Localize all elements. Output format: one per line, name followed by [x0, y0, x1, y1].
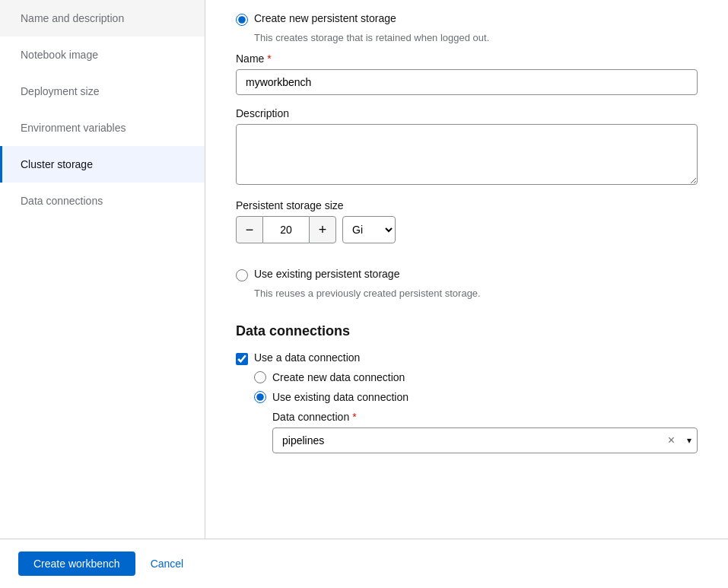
use-existing-radio-option[interactable]: Use existing persistent storage: [236, 268, 698, 281]
data-connections-title: Data connections: [236, 323, 698, 339]
description-label: Description: [236, 107, 698, 119]
sidebar-item-label: Data connections: [21, 195, 103, 207]
dc-required-indicator: *: [352, 411, 356, 423]
storage-size-increment-button[interactable]: +: [309, 216, 336, 243]
data-connection-clear-button[interactable]: ×: [668, 434, 675, 447]
create-new-dc-label[interactable]: Create new data connection: [272, 371, 405, 383]
description-field-group: Description: [236, 107, 698, 187]
plus-icon: +: [319, 222, 327, 238]
main-container: Name and description Notebook image Depl…: [0, 0, 728, 539]
storage-size-label: Persistent storage size: [236, 199, 698, 211]
use-existing-dc-radio[interactable]: [254, 391, 266, 403]
clear-icon: ×: [668, 434, 675, 447]
name-label: Name *: [236, 52, 698, 65]
sidebar-item-label: Environment variables: [21, 122, 126, 134]
use-existing-storage-section: Use existing persistent storage This reu…: [236, 268, 698, 299]
storage-size-controls: − + Mi Gi Ti: [236, 216, 698, 243]
use-data-connection-label[interactable]: Use a data connection: [254, 351, 360, 364]
storage-unit-select[interactable]: Mi Gi Ti: [342, 216, 396, 243]
use-data-connection-checkbox-option[interactable]: Use a data connection: [236, 351, 698, 365]
storage-size-field-group: Persistent storage size − + Mi Gi Ti: [236, 199, 698, 243]
sidebar-item-environment-variables[interactable]: Environment variables: [0, 110, 205, 146]
storage-size-input[interactable]: [263, 216, 309, 243]
create-new-label[interactable]: Create new persistent storage: [254, 12, 396, 24]
create-workbench-button[interactable]: Create workbench: [18, 551, 135, 576]
data-connection-select[interactable]: [272, 427, 698, 453]
cancel-button[interactable]: Cancel: [148, 551, 187, 576]
content-area: Create new persistent storage This creat…: [205, 0, 728, 539]
sidebar: Name and description Notebook image Depl…: [0, 0, 205, 539]
create-new-dc-radio[interactable]: [254, 371, 266, 383]
create-new-radio-option[interactable]: Create new persistent storage: [236, 12, 698, 26]
use-existing-description: This reuses a previously created persist…: [254, 288, 698, 299]
use-data-connection-checkbox[interactable]: [236, 353, 248, 365]
name-field-group: Name *: [236, 52, 698, 95]
storage-size-decrement-button[interactable]: −: [236, 216, 263, 243]
description-input[interactable]: [236, 124, 698, 185]
create-new-data-connection-option[interactable]: Create new data connection: [254, 371, 698, 383]
sidebar-item-data-connections[interactable]: Data connections: [0, 183, 205, 219]
data-connection-select-wrapper: × ▾: [272, 427, 698, 453]
sidebar-item-notebook-image[interactable]: Notebook image: [0, 37, 205, 73]
use-existing-radio[interactable]: [236, 269, 248, 281]
use-existing-data-connection-option[interactable]: Use existing data connection: [254, 391, 698, 403]
create-new-radio[interactable]: [236, 14, 248, 26]
sidebar-item-deployment-size[interactable]: Deployment size: [0, 73, 205, 110]
data-connection-field-label: Data connection *: [272, 411, 698, 423]
use-existing-label[interactable]: Use existing persistent storage: [254, 268, 399, 280]
data-connection-sub-options: Create new data connection Use existing …: [254, 371, 698, 453]
name-input[interactable]: [236, 69, 698, 95]
sidebar-item-name-description[interactable]: Name and description: [0, 0, 205, 37]
sidebar-item-label: Deployment size: [21, 85, 100, 97]
sidebar-item-label: Name and description: [21, 12, 124, 24]
data-connections-section: Data connections Use a data connection C…: [236, 323, 698, 453]
use-existing-dc-label[interactable]: Use existing data connection: [272, 391, 409, 403]
bottom-bar: Create workbench Cancel: [0, 539, 728, 588]
sidebar-item-label: Cluster storage: [21, 158, 93, 170]
create-new-description: This creates storage that is retained wh…: [254, 32, 698, 43]
name-required-indicator: *: [267, 52, 271, 65]
minus-icon: −: [246, 222, 254, 238]
sidebar-item-cluster-storage[interactable]: Cluster storage: [0, 146, 205, 183]
create-new-storage-section: Create new persistent storage This creat…: [236, 12, 698, 243]
data-connection-field-group: Data connection * × ▾: [272, 411, 698, 453]
sidebar-item-label: Notebook image: [21, 49, 98, 61]
